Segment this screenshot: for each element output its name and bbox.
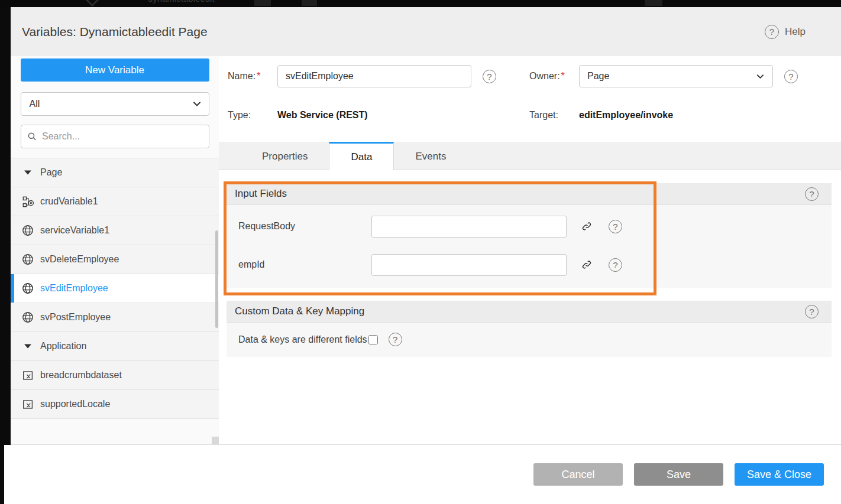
owner-help-icon[interactable]: ?: [784, 70, 798, 83]
detail-tabs: Properties Data Events: [219, 142, 841, 170]
web-service-icon: [22, 225, 34, 236]
sidebar-group-label: Page: [40, 167, 62, 178]
owner-select[interactable]: Page: [579, 65, 773, 87]
custom-data-key-mapping-section: Custom Data & Key Mapping ? Data & keys …: [227, 301, 832, 357]
new-variable-button[interactable]: New Variable: [21, 58, 209, 82]
variable-detail-panel: Name:* ? Type: Web Service (REST) Owner:…: [219, 56, 841, 444]
empid-field-row: empId ?: [227, 253, 832, 276]
sidebar-item-sveditemployee[interactable]: svEditEmployee: [11, 274, 219, 303]
variable-filter-value: All: [30, 99, 40, 109]
requestbody-input[interactable]: [371, 216, 567, 238]
sidebar-group-label: Application: [40, 341, 86, 352]
sidebar-scrollbar-corner: [212, 437, 219, 444]
requestbody-help-icon[interactable]: ?: [609, 220, 622, 233]
target-label: Target:: [529, 110, 579, 121]
sidebar-item-label: svEditEmployee: [40, 283, 108, 294]
sidebar-item-label: serviceVariable1: [40, 225, 109, 236]
required-marker: *: [257, 71, 260, 81]
custom-mapping-help-icon[interactable]: ?: [805, 305, 819, 318]
tab-events[interactable]: Events: [394, 142, 467, 170]
requestbody-field-row: RequestBody ?: [227, 215, 832, 238]
dialog-title: Variables: Dynamictableedit Page: [22, 25, 208, 39]
sidebar-item-servicevariable1[interactable]: serviceVariable1: [11, 216, 219, 245]
triangle-down-icon: [22, 340, 34, 352]
different-fields-row: Data & keys are different fields ?: [227, 323, 832, 357]
sidebar-item-crudvariable1[interactable]: crudVariable1: [11, 187, 219, 216]
name-help-icon[interactable]: ?: [483, 70, 496, 83]
save-close-button[interactable]: Save & Close: [735, 463, 824, 486]
sidebar-item-svdeleteemployee[interactable]: svDeleteEmployee: [11, 245, 219, 274]
different-fields-checkbox[interactable]: [368, 335, 378, 344]
save-button[interactable]: Save: [634, 463, 723, 486]
toolbar-icon: [254, 0, 271, 6]
type-label: Type:: [228, 110, 277, 121]
sidebar-group-application[interactable]: Application: [11, 332, 219, 361]
bind-link-icon[interactable]: [580, 220, 593, 233]
crud-variable-icon: [22, 196, 34, 207]
sidebar-group-page[interactable]: Page: [11, 158, 219, 187]
chevron-down-icon: [86, 0, 99, 6]
web-service-icon: [22, 253, 34, 265]
cancel-button[interactable]: Cancel: [533, 463, 623, 486]
tab-data[interactable]: Data: [329, 142, 394, 170]
sidebar-item-label: crudVariable1: [40, 196, 98, 207]
sidebar-scrollbar-thumb[interactable]: [215, 230, 218, 328]
tab-properties[interactable]: Properties: [241, 142, 329, 170]
project-name-label: dynamictableedit: [148, 0, 215, 4]
variables-sidebar: New Variable All Page: [11, 56, 219, 444]
sidebar-item-breadcrumbdataset[interactable]: breadcrumbdataset: [11, 361, 219, 390]
owner-value: Page: [587, 71, 609, 82]
empid-help-icon[interactable]: ?: [609, 258, 622, 272]
variable-filter-select[interactable]: All: [21, 92, 209, 116]
requestbody-label: RequestBody: [227, 221, 371, 232]
name-field[interactable]: [277, 65, 471, 87]
static-variable-icon: [22, 369, 34, 381]
web-service-icon: [22, 282, 34, 294]
sidebar-item-label: supportedLocale: [40, 399, 110, 409]
sidebar-item-svpostemployee[interactable]: svPostEmployee: [11, 303, 219, 332]
toolbar-icon: [645, 0, 662, 6]
web-service-icon: [22, 311, 34, 323]
owner-label: Owner:*: [529, 71, 579, 82]
bind-link-icon[interactable]: [580, 258, 593, 271]
target-value: editEmployee/invoke: [579, 110, 673, 121]
sidebar-item-label: svDeleteEmployee: [40, 254, 119, 265]
type-value: Web Service (REST): [277, 110, 368, 121]
name-label: Name:*: [228, 71, 277, 82]
modal-footer-edge: [4, 445, 11, 504]
variables-list: Page crudVariable1 serviceVariable1: [11, 158, 219, 419]
empid-input[interactable]: [371, 254, 567, 276]
sidebar-item-label: breadcrumbdataset: [40, 370, 122, 381]
background-editor-toolbar: dynamictableedit: [0, 0, 841, 7]
chevron-down-icon: [192, 99, 202, 109]
variables-dialog: Variables: Dynamictableedit Page ? Help …: [11, 7, 841, 504]
empid-label: empId: [227, 259, 371, 270]
custom-mapping-title: Custom Data & Key Mapping: [235, 305, 364, 317]
search-input[interactable]: [42, 131, 203, 142]
different-fields-help-icon[interactable]: ?: [389, 333, 402, 346]
sidebar-item-label: svPostEmployee: [40, 312, 111, 323]
help-button[interactable]: ? Help: [765, 25, 806, 39]
sidebar-item-supportedlocale[interactable]: supportedLocale: [11, 390, 219, 419]
sidebar-controls: New Variable All: [11, 56, 219, 148]
dialog-header: Variables: Dynamictableedit Page ? Help: [11, 7, 841, 56]
triangle-down-icon: [22, 167, 34, 178]
toolbar-icon: [302, 0, 317, 6]
help-label: Help: [785, 26, 806, 38]
chevron-down-icon: [756, 72, 765, 81]
input-fields-help-icon[interactable]: ?: [805, 187, 819, 201]
help-icon: ?: [765, 25, 779, 39]
input-fields-title: Input Fields: [235, 188, 287, 200]
required-marker: *: [561, 71, 565, 81]
variable-search-box: [21, 125, 209, 148]
search-icon: [27, 131, 37, 142]
variable-form: Name:* ? Type: Web Service (REST) Owner:…: [219, 56, 841, 142]
static-variable-icon: [22, 398, 34, 410]
data-tab-content: Input Fields ? RequestBody ?: [219, 170, 841, 444]
different-fields-label: Data & keys are different fields: [238, 334, 367, 345]
input-fields-section: Input Fields ? RequestBody ?: [227, 183, 832, 288]
dialog-footer: Cancel Save Save & Close: [11, 445, 841, 504]
